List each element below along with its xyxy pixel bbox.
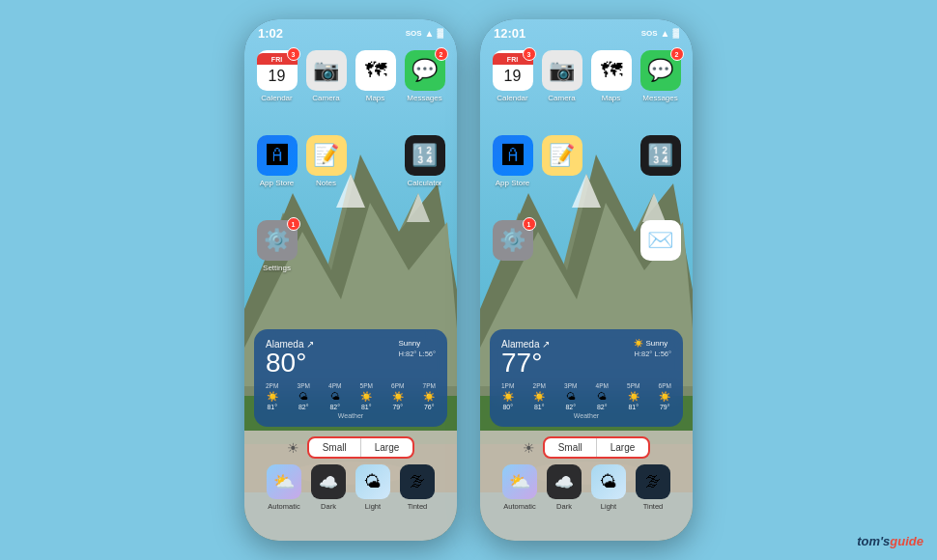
size-buttons-container-2: Small Large: [543, 436, 651, 459]
battery-icon-2: ▓: [672, 28, 679, 38]
weather-condition-2: ☀️Sunny: [634, 339, 671, 348]
calculator-app-2[interactable]: 🔢: [639, 135, 681, 187]
weather-hourly-2: 1PM☀️80° 2PM☀️81° 3PM🌤82° 4PM🌤82° 5PM☀️8…: [501, 382, 671, 410]
icon-automatic-label-2: Automatic: [503, 502, 535, 511]
large-button-2[interactable]: Large: [597, 438, 649, 457]
tomsguide-text1: tom's: [857, 534, 890, 548]
bottom-panel-2: ☀ Small Large ⛅ Automatic ☁️ Dark: [480, 431, 693, 541]
calculator-app-1[interactable]: 🔢 Calculator: [404, 135, 445, 187]
app-row-1: FRI 19 3 Calendar 📷 Camera 🗺 Maps 💬: [256, 50, 445, 102]
tomsguide-text2: guide: [890, 534, 923, 548]
icon-automatic-2[interactable]: ⛅ Automatic: [502, 464, 537, 511]
brightness-icon-2: ☀: [523, 440, 535, 456]
icon-tinted-label-2: Tinted: [643, 502, 664, 511]
maps-label-2: Maps: [602, 94, 621, 102]
status-icons-2: SOS ▲ ▓: [641, 28, 679, 39]
icon-automatic-label-1: Automatic: [268, 502, 299, 511]
small-button-2[interactable]: Small: [545, 438, 596, 457]
tomsguide-watermark: tom'sguide: [857, 534, 923, 548]
camera-app-2[interactable]: 📷 Camera: [541, 50, 582, 102]
status-time-2: 12:01: [494, 26, 525, 41]
calculator-label-1: Calculator: [407, 179, 441, 187]
brightness-icon-1: ☀: [287, 440, 299, 456]
camera-label-1: Camera: [312, 94, 339, 102]
size-selector-2: ☀ Small Large: [488, 436, 685, 459]
status-time-1: 1:02: [258, 26, 283, 41]
sos-label-2: SOS: [641, 29, 658, 38]
settings-label-1: Settings: [263, 264, 291, 272]
status-bar-2: 12:01 SOS ▲ ▓: [480, 19, 693, 46]
icon-options-1: ⛅ Automatic ☁️ Dark 🌤 Light 🌫 Tinted: [267, 464, 435, 511]
weather-hl-2: H:82° L:56°: [634, 350, 671, 358]
phone-screen-2: 12:01 SOS ▲ ▓ FRI 19 3 Calendar: [480, 19, 693, 541]
notes-label-1: Notes: [316, 179, 336, 187]
notes-app-1[interactable]: 📝 Notes: [305, 135, 347, 187]
weather-temp-2: 77°: [501, 350, 550, 377]
app-row-3: ⚙️ 1 Settings: [256, 220, 445, 272]
messages-app-2[interactable]: 💬 2 Messages: [639, 50, 681, 102]
icon-light-2[interactable]: 🌤 Light: [591, 464, 626, 511]
icon-dark-label-1: Dark: [321, 502, 336, 511]
weather-widget-label-1: Weather: [266, 412, 436, 419]
icon-tinted-1[interactable]: 🌫 Tinted: [400, 464, 435, 511]
icon-options-2: ⛅ Automatic ☁️ Dark 🌤 Light 🌫 Tinted: [502, 464, 670, 511]
maps-app-2[interactable]: 🗺 Maps: [590, 50, 632, 102]
app-row-1-p2: FRI 19 3 Calendar 📷 Camera 🗺 Maps 💬: [492, 50, 681, 102]
maps-label-1: Maps: [366, 94, 385, 102]
app-row-2: 🅰 App Store 📝 Notes 🔢 Calculator: [256, 135, 445, 187]
weather-widget-2: Alameda ↗ 77° ☀️Sunny H:82° L:56° 1PM☀️8…: [490, 329, 683, 427]
small-button-1[interactable]: Small: [309, 438, 360, 457]
phone-2: 12:01 SOS ▲ ▓ FRI 19 3 Calendar: [480, 19, 693, 541]
icon-automatic-1[interactable]: ⛅ Automatic: [267, 464, 301, 511]
appstore-label-2: App Store: [496, 179, 530, 187]
camera-label-2: Camera: [548, 94, 575, 102]
calendar-label-1: Calendar: [261, 94, 292, 102]
icon-light-label-1: Light: [365, 502, 381, 511]
wifi-icon-2: ▲: [661, 28, 670, 39]
app-row-3-p2: ⚙️ 1 ✉️: [492, 220, 681, 261]
phone-1: 1:02 SOS ▲ ▓ FRI 19 3 Calendar: [244, 19, 457, 541]
icon-dark-2[interactable]: ☁️ Dark: [547, 464, 582, 511]
icon-tinted-2[interactable]: 🌫 Tinted: [636, 464, 670, 511]
appstore-label-1: App Store: [260, 179, 295, 187]
settings-app-1[interactable]: ⚙️ 1 Settings: [256, 220, 298, 272]
calendar-app-2[interactable]: FRI 19 3 Calendar: [492, 50, 533, 102]
sos-label-1: SOS: [406, 29, 422, 38]
weather-hourly-1: 2PM☀️81° 3PM🌤82° 4PM🌤82° 5PM☀️81° 6PM☀️7…: [266, 382, 436, 410]
settings-app-2[interactable]: ⚙️ 1: [492, 220, 533, 261]
calendar-label-2: Calendar: [497, 94, 527, 102]
icon-light-label-2: Light: [601, 502, 616, 511]
status-icons-1: SOS ▲ ▓: [406, 28, 443, 39]
weather-condition-1: Sunny: [398, 339, 436, 348]
messages-app-1[interactable]: 💬 2 Messages: [404, 50, 445, 102]
weather-temp-1: 80°: [266, 350, 314, 377]
notes-app-2[interactable]: 📝: [541, 135, 582, 187]
appstore-app-1[interactable]: 🅰 App Store: [256, 135, 298, 187]
wifi-icon-1: ▲: [425, 28, 435, 39]
calendar-app-1[interactable]: FRI 19 3 Calendar: [256, 50, 298, 102]
messages-label-1: Messages: [407, 94, 441, 102]
size-selector-1: ☀ Small Large: [252, 436, 449, 459]
weather-widget-label-2: Weather: [501, 412, 671, 419]
appstore-app-2[interactable]: 🅰 App Store: [492, 135, 533, 187]
weather-hl-1: H:82° L:56°: [398, 350, 436, 358]
bottom-panel-1: ☀ Small Large ⛅ Automatic ☁️ Dark: [244, 431, 457, 541]
main-container: 1:02 SOS ▲ ▓ FRI 19 3 Calendar: [244, 19, 693, 541]
app-row-2-p2: 🅰 App Store 📝 🔢: [492, 135, 681, 187]
icon-dark-label-2: Dark: [556, 502, 572, 511]
size-buttons-container-1: Small Large: [307, 436, 415, 459]
battery-icon-1: ▓: [437, 28, 443, 38]
camera-app-1[interactable]: 📷 Camera: [305, 50, 347, 102]
gmail-app-2[interactable]: ✉️: [639, 220, 681, 261]
maps-app-1[interactable]: 🗺 Maps: [355, 50, 396, 102]
status-bar-1: 1:02 SOS ▲ ▓: [244, 19, 457, 46]
messages-label-2: Messages: [642, 94, 677, 102]
icon-dark-1[interactable]: ☁️ Dark: [311, 464, 346, 511]
large-button-1[interactable]: Large: [361, 438, 413, 457]
icon-light-1[interactable]: 🌤 Light: [355, 464, 390, 511]
icon-tinted-label-1: Tinted: [408, 502, 428, 511]
phone-screen-1: 1:02 SOS ▲ ▓ FRI 19 3 Calendar: [244, 19, 457, 541]
weather-widget-1: Alameda ↗ 80° Sunny H:82° L:56° 2PM☀️81°…: [254, 329, 447, 427]
